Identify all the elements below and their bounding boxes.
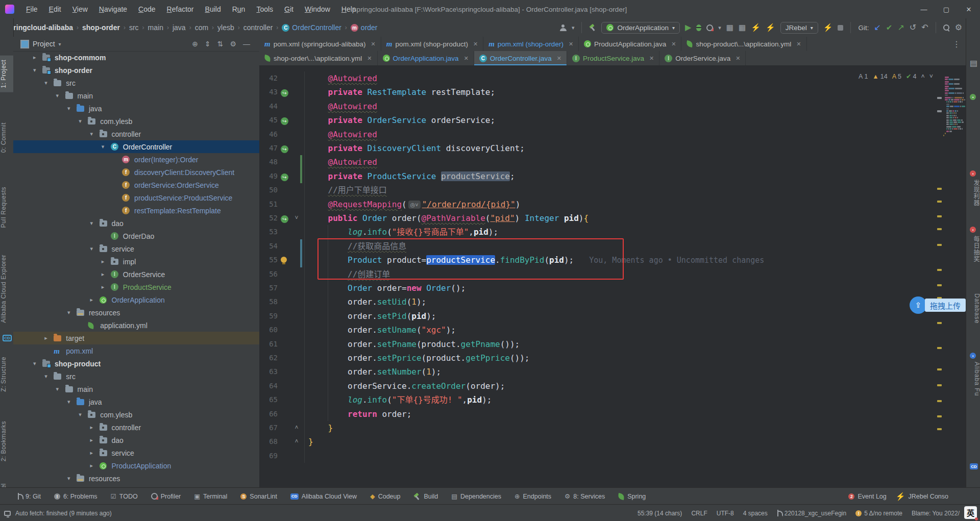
tool-stripe-item----bookmarks[interactable]: 2: Bookmarks — [0, 417, 13, 465]
toolwindow-button-spring[interactable]: Spring — [618, 493, 646, 500]
tree-item[interactable]: ▾com.ylesb — [13, 115, 259, 128]
tab-close-icon[interactable]: ✕ — [371, 41, 376, 47]
toolwindow-button-build[interactable]: Build — [413, 493, 438, 500]
error-stripe-mark[interactable] — [937, 428, 942, 430]
tree-item[interactable]: ▸OrderApplication — [13, 293, 259, 306]
tree-item[interactable]: ▾resources — [13, 472, 259, 485]
tree-item[interactable]: ▸ProductApplication — [13, 459, 259, 472]
inspections-widget[interactable]: A1▲14A5✔4˄˅ — [859, 72, 933, 80]
toolwindow-button-profiler[interactable]: Profiler — [151, 493, 181, 500]
tool-stripe-item----project[interactable]: 1: Project — [0, 56, 13, 92]
spring-bean-gutter-icon[interactable]: ↪ — [281, 172, 291, 181]
tree-item[interactable]: ▸IProductService — [13, 281, 259, 293]
tree-chevron-icon[interactable]: ▾ — [67, 309, 70, 316]
code-editor[interactable]: 42@Autowired43↪private RestTemplate rest… — [259, 65, 966, 487]
tree-chevron-icon[interactable]: ▾ — [90, 245, 93, 252]
status-widget[interactable]: Blame: You 2022/ — [912, 510, 960, 517]
error-stripe-mark[interactable] — [937, 215, 942, 217]
tree-chevron-icon[interactable]: ▸ — [90, 450, 93, 456]
editor-tab[interactable]: mpom.xml (shop-product)✕ — [381, 37, 483, 51]
tree-chevron-icon[interactable]: ▸ — [102, 258, 105, 265]
menu-item-run[interactable]: Run — [228, 3, 250, 15]
panel-icon[interactable]: ▤ — [970, 58, 977, 68]
tool-stripe-item-pull-requests[interactable]: Pull Requests — [0, 183, 13, 232]
toolwindow-button-jrebel-conso[interactable]: ⚡JRebel Conso — [896, 493, 948, 500]
tab-more-icon[interactable]: ⋮ — [952, 39, 961, 49]
breadcrumb-item[interactable]: com — [195, 23, 208, 32]
status-widget[interactable]: CRLF — [691, 510, 707, 517]
status-widget[interactable]: 220128_xgc_useFegin — [777, 510, 846, 517]
error-stripe-mark[interactable] — [937, 97, 942, 99]
toolwindow-button-dependencies[interactable]: ▤Dependencies — [451, 492, 501, 500]
user-icon[interactable] — [560, 24, 567, 31]
editor-tab[interactable]: IOrderService.java✕ — [659, 51, 746, 65]
menu-item-window[interactable]: Window — [300, 3, 335, 15]
tree-item[interactable]: ▾main — [13, 383, 259, 395]
expand-all-icon[interactable]: ⇕ — [205, 40, 211, 48]
stripe-badge-icon[interactable]: ● — [970, 227, 976, 233]
breadcrumb-item[interactable]: COrderController — [282, 23, 341, 32]
maximize-button[interactable]: ▢ — [935, 0, 958, 18]
jrebel-disabled-icon[interactable]: ⚡ — [823, 23, 833, 32]
editor-tab[interactable]: COrderController.java✕ — [474, 51, 567, 65]
breadcrumb-item[interactable]: morder — [351, 23, 378, 32]
tree-item[interactable]: morder(Integer):Order — [13, 153, 259, 166]
menu-item-code[interactable]: Code — [134, 3, 160, 15]
toolwindow-switcher-icon[interactable] — [4, 511, 11, 516]
tab-close-icon[interactable]: ✕ — [671, 41, 676, 47]
tab-close-icon[interactable]: ✕ — [367, 55, 372, 62]
tree-item[interactable]: frestTemplate:RestTemplate — [13, 204, 259, 217]
tab-close-icon[interactable]: ✕ — [796, 41, 801, 47]
breadcrumb-item[interactable]: ylesb — [217, 23, 234, 32]
tree-chevron-icon[interactable]: ▾ — [56, 386, 59, 392]
tree-chevron-icon[interactable]: ▾ — [90, 131, 93, 137]
tree-item[interactable]: ▸dao — [13, 434, 259, 446]
tree-chevron-icon[interactable]: ▸ — [90, 424, 93, 431]
tree-chevron-icon[interactable]: ▾ — [33, 360, 36, 367]
drag-upload-badge[interactable]: ⇪ 拖拽上传 — [910, 296, 977, 314]
tree-chevron-icon[interactable]: ▾ — [67, 399, 70, 405]
intention-bulb-icon[interactable] — [281, 256, 291, 265]
editor-tab[interactable]: IProductService.java✕ — [567, 51, 659, 65]
tree-item[interactable]: ▸impl — [13, 255, 259, 268]
error-stripe-mark[interactable] — [937, 244, 942, 246]
toolwindow-button-endpoints[interactable]: ⊕Endpoints — [514, 492, 551, 500]
close-button[interactable]: ✕ — [958, 0, 980, 18]
editor-tab[interactable]: mpom.xml (springcloud-alibaba)✕ — [259, 37, 381, 51]
toolwindow-button-terminal[interactable]: ▣Terminal — [194, 492, 227, 500]
tree-item[interactable]: ▾controller — [13, 128, 259, 140]
status-widget[interactable]: UTF-8 — [717, 510, 734, 517]
status-widget[interactable]: 55:39 (14 chars) — [638, 510, 682, 517]
tree-item[interactable]: ▾src — [13, 370, 259, 383]
chevron-down-icon[interactable]: ▾ — [572, 23, 575, 32]
tab-close-icon[interactable]: ✕ — [464, 55, 469, 62]
debug-icon[interactable] — [696, 24, 701, 31]
fold-marker-icon[interactable]: ˅ — [293, 211, 300, 226]
tree-chevron-icon[interactable]: ▸ — [102, 271, 105, 278]
jrebel-run-icon[interactable]: ⚡ — [751, 23, 761, 32]
tree-item[interactable]: ▾service — [13, 242, 259, 255]
tool-stripe-item[interactable]: Alibaba Fu — [966, 362, 980, 396]
ime-indicator[interactable]: 英 — [964, 506, 977, 519]
run-configuration-select[interactable]: OrderApplication▾ — [601, 22, 680, 34]
error-stripe-mark[interactable] — [937, 228, 942, 230]
error-stripe-mark[interactable] — [937, 415, 942, 417]
stop-icon[interactable] — [838, 25, 843, 31]
tree-item[interactable]: IOrderDao — [13, 230, 259, 242]
breadcrumb-item[interactable]: main — [148, 23, 163, 32]
git-commit-icon[interactable]: ✔ — [886, 23, 893, 32]
minimize-button[interactable]: — — [913, 0, 935, 18]
spring-bean-gutter-icon[interactable]: ↪ — [281, 214, 291, 223]
tree-chevron-icon[interactable]: ▸ — [90, 296, 93, 303]
tree-chevron-icon[interactable]: ▾ — [44, 373, 47, 380]
stripe-badge-icon[interactable]: ● — [970, 170, 976, 177]
tab-close-icon[interactable]: ✕ — [649, 55, 654, 62]
tree-chevron-icon[interactable]: ▾ — [90, 220, 93, 227]
run-icon[interactable]: ▶ — [685, 23, 691, 32]
menu-item-git[interactable]: Git — [280, 3, 298, 15]
tree-item[interactable]: ▾dao — [13, 217, 259, 230]
tool-stripe-item-z--structure[interactable]: Z: Structure — [0, 353, 13, 396]
editor-tab[interactable]: OrderApplication.java✕ — [378, 51, 474, 65]
tree-item[interactable]: mpom.xml — [13, 344, 259, 357]
tree-item[interactable]: ▾java — [13, 395, 259, 408]
